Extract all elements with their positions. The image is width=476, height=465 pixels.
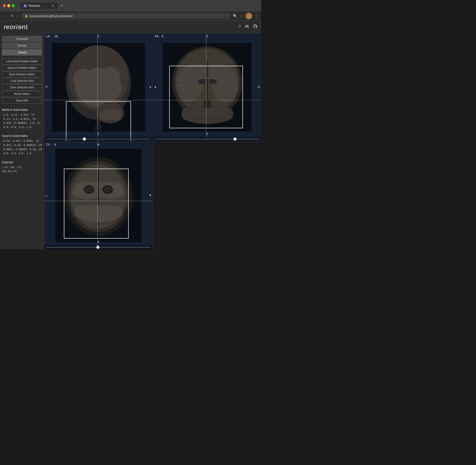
panel-top-left[interactable]: LR: -10 S I P A — [44, 33, 153, 141]
app-logo: reoriɘnt — [4, 23, 28, 31]
user-avatar[interactable] — [246, 13, 252, 19]
world-to-voxel-section: World to voxel matrix -2.0, 0.13, 0.016,… — [2, 108, 42, 132]
svg-point-1 — [247, 25, 248, 27]
refresh-button[interactable]: ↻ — [11, 14, 14, 18]
sagittal-slider-container — [44, 137, 153, 141]
viewer-area: LR: -10 S I P A — [44, 33, 261, 249]
sagittal-slider-track[interactable] — [46, 139, 151, 139]
maximize-button[interactable] — [12, 4, 15, 7]
panel-top-right[interactable]: PA: 0 S I A R — [153, 33, 261, 141]
crop-box-section: Crop box (-67,-86,-75) (66,83,41) — [2, 160, 42, 173]
sidebar: Translate Rotate Select Load New Rotatio… — [0, 33, 44, 249]
sagittal-slider-thumb[interactable] — [83, 137, 86, 141]
browser-titlebar: Reorient ✕ + — [0, 0, 261, 11]
panel-top-left-axis-right: A — [149, 85, 151, 89]
save-nifti-button[interactable]: Save Nifti — [2, 97, 42, 104]
crop-box-min: (-67,-86,-75) — [2, 165, 42, 169]
crop-box-max: (66,83,41) — [2, 169, 42, 173]
active-tab[interactable]: Reorient ✕ — [20, 3, 58, 9]
save-selection-box-button[interactable]: Save Selection Box — [2, 85, 42, 90]
panel-bottom-left[interactable]: IS: -4 A P L R — [44, 142, 153, 249]
axial-slider-thumb[interactable] — [96, 245, 100, 249]
load-new-rotation-matrix-button[interactable]: Load New Rotation Matrix — [2, 58, 42, 64]
voxel-to-world-title: Voxel to world matrix — [2, 134, 42, 138]
browser-chrome: Reorient ✕ + ‹ › ↻ ⌂ 🔒 neuroanatomy.gith… — [0, 0, 261, 21]
tab-close-button[interactable]: ✕ — [52, 4, 54, 8]
panel-top-right-axis-bottom: I — [206, 132, 208, 136]
panel-bottom-left-label: IS: -4 — [46, 143, 56, 146]
app-container: reoriɘnt ? Translate — [0, 21, 261, 249]
panel-top-left-axis-left: P — [46, 85, 47, 89]
header-actions: ? — [238, 24, 258, 30]
back-button[interactable]: ‹ — [3, 14, 4, 18]
coronal-slider-thumb[interactable] — [233, 137, 237, 141]
rotate-button[interactable]: Rotate — [2, 42, 42, 49]
community-icon[interactable] — [245, 24, 249, 30]
svg-point-0 — [246, 25, 247, 27]
panel-top-left-axis-top: S — [98, 35, 99, 38]
panel-top-right-label: PA: 0 — [155, 35, 163, 38]
tab-favicon — [23, 4, 27, 8]
menu-icon[interactable]: ⋮ — [254, 13, 259, 18]
coronal-slider-track[interactable] — [155, 139, 260, 139]
panel-top-right-axis-left: A — [155, 85, 156, 89]
translate-button[interactable]: Translate — [2, 36, 42, 42]
svg-rect-6 — [95, 126, 102, 130]
panel-bottom-left-axis-bottom: P — [98, 240, 99, 244]
github-icon[interactable] — [253, 24, 258, 30]
panel-top-left-axis-bottom: I — [98, 132, 99, 136]
sagittal-brain-image — [52, 43, 145, 132]
world-to-voxel-title: World to voxel matrix — [2, 108, 42, 112]
panel-top-right-axis-top: S — [206, 35, 208, 38]
axial-crosshair-v — [97, 142, 98, 249]
addressbar-actions: 🔍 ☆ ⋮ — [233, 13, 259, 19]
crop-box-title: Crop box — [2, 160, 42, 164]
panel-bottom-left-axis-top: A — [98, 143, 99, 146]
axial-slider-container — [44, 245, 153, 249]
svg-point-19 — [85, 187, 93, 193]
axial-brain-image — [55, 149, 142, 242]
sagittal-crosshair-v — [97, 33, 98, 141]
tab-label: Reorient — [29, 4, 40, 8]
search-icon[interactable]: 🔍 — [233, 14, 238, 18]
mode-buttons: Translate Rotate Select — [2, 36, 42, 55]
home-button[interactable]: ⌂ — [17, 14, 19, 18]
minimize-button[interactable] — [7, 4, 10, 7]
app-main: Translate Rotate Select Load New Rotatio… — [0, 33, 261, 249]
url-text: neuroanatomy.github.io/reorient/ — [29, 14, 73, 18]
action-buttons: Load New Rotation Matrix Append Rotation… — [2, 58, 42, 104]
coronal-slider-container — [153, 137, 261, 141]
voxel-to-world-section: Voxel to world matrix -0.50, 0.033, 0.00… — [2, 134, 42, 158]
panel-bottom-left-axis-right: R — [149, 194, 151, 197]
lock-icon: 🔒 — [24, 14, 28, 18]
app-header: reoriɘnt ? — [0, 21, 261, 33]
axial-slider-track[interactable] — [46, 247, 151, 248]
forward-button[interactable]: › — [7, 14, 8, 18]
panel-bottom-right — [153, 142, 261, 249]
append-rotation-matrix-button[interactable]: Append Rotation Matrix — [2, 65, 42, 71]
sagittal-crosshair-h — [44, 100, 153, 100]
traffic-lights — [3, 4, 15, 7]
coronal-crosshair-v — [206, 33, 206, 141]
new-tab-button[interactable]: + — [59, 2, 65, 9]
coronal-crosshair-h — [153, 100, 261, 100]
load-selection-box-button[interactable]: Load Selection Box — [2, 78, 42, 84]
axial-crosshair-h — [44, 201, 153, 201]
bookmark-icon[interactable]: ☆ — [240, 14, 243, 18]
reset-matrix-button[interactable]: Reset Matrix — [2, 91, 42, 97]
address-bar[interactable]: 🔒 neuroanatomy.github.io/reorient/ — [22, 13, 230, 19]
close-button[interactable] — [3, 4, 6, 7]
save-rotation-matrix-button[interactable]: Save Rotation Matrix — [2, 71, 42, 77]
svg-point-20 — [104, 187, 111, 193]
voxel-to-world-matrix: -0.50, 0.033, 0.0041, 32 0.033, 0.50, 0.… — [2, 139, 42, 155]
address-bar-container: ‹ › ↻ ⌂ 🔒 neuroanatomy.github.io/reorien… — [0, 11, 261, 21]
help-button[interactable]: ? — [238, 24, 241, 29]
tab-bar: Reorient ✕ + — [20, 2, 65, 9]
select-button[interactable]: Select — [2, 49, 42, 55]
panel-top-right-axis-right: R — [258, 85, 260, 89]
panel-bottom-left-axis-left: L — [46, 194, 47, 197]
world-to-voxel-matrix: -2.0, 0.13, 0.016, 72 0.13, 2.0,-0.0011,… — [2, 113, 42, 129]
coronal-brain-image — [163, 43, 251, 132]
panel-top-left-label: LR: -10 — [46, 35, 58, 38]
